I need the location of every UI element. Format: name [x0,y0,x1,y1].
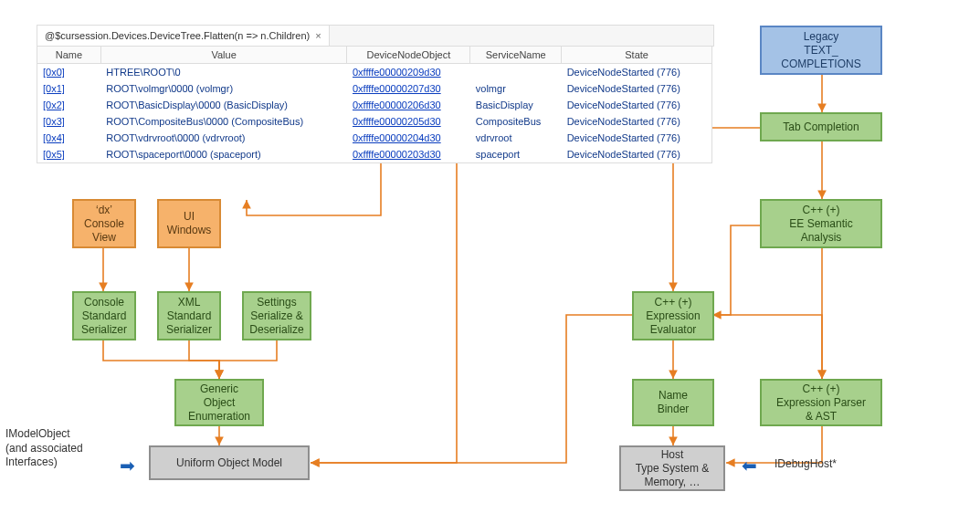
table-row: [0x0]HTREE\ROOT\00xffffe00000209d30Devic… [37,64,712,81]
row-obj[interactable]: 0xffffe00000206d30 [353,99,441,110]
row-state: DeviceNodeStarted (776) [562,64,712,81]
row-value: ROOT\volmgr\0000 (volmgr) [100,80,347,97]
arrow-left-icon: ⬅ [742,454,757,477]
row-state: DeviceNodeStarted (776) [562,130,712,146]
row-svc: spaceport [470,146,562,163]
col-devnodeobj[interactable]: DeviceNodeObject [347,47,470,64]
close-icon[interactable]: × [315,30,321,41]
col-servicename[interactable]: ServiceName [470,47,562,64]
row-obj[interactable]: 0xffffe00000203d30 [353,149,441,160]
table-row: [0x2]ROOT\BasicDisplay\0000 (BasicDispla… [37,97,712,113]
row-svc: CompositeBus [470,113,562,130]
row-state: DeviceNodeStarted (776) [562,80,712,97]
node-legacy-text-completions: LegacyTEXT_COMPLETIONS [760,26,882,75]
row-svc: volmgr [470,80,562,97]
row-obj[interactable]: 0xffffe00000207d30 [353,83,441,94]
label-imodelobject: IModelObject(and associatedInterfaces) [5,427,115,470]
row-value: ROOT\CompositeBus\0000 (CompositeBus) [100,113,347,130]
col-state[interactable]: State [562,47,712,64]
row-obj[interactable]: 0xffffe00000205d30 [353,116,441,127]
table-row: [0x1]ROOT\volmgr\0000 (volmgr)0xffffe000… [37,80,712,97]
row-value: ROOT\vdrvroot\0000 (vdrvroot) [100,130,347,146]
device-table: Name Value DeviceNodeObject ServiceName … [37,46,712,163]
row-value: ROOT\spaceport\0000 (spaceport) [100,146,347,163]
node-host-typesystem: HostType System &Memory, … [619,445,725,491]
row-name[interactable]: [0x2] [43,99,65,110]
row-state: DeviceNodeStarted (776) [562,146,712,163]
row-name[interactable]: [0x5] [43,149,65,160]
table-row: [0x5]ROOT\spaceport\0000 (spaceport)0xff… [37,146,712,163]
node-ui-windows: UIWindows [157,199,221,248]
table-row: [0x3]ROOT\CompositeBus\0000 (CompositeBu… [37,113,712,130]
row-value: ROOT\BasicDisplay\0000 (BasicDisplay) [100,97,347,113]
node-dx-console-view: ‘dx’ConsoleView [72,199,136,248]
node-console-serializer: ConsoleStandardSerializer [72,291,136,340]
arrow-right-icon: ➡ [120,454,135,477]
col-value[interactable]: Value [100,47,347,64]
node-parser-ast: C++ (+)Expression Parser& AST [760,379,882,426]
row-svc: BasicDisplay [470,97,562,113]
node-ee-semantic: C++ (+)EE SemanticAnalysis [760,199,882,248]
row-name[interactable]: [0x4] [43,132,65,143]
node-uniform-object-model: Uniform Object Model [149,445,310,480]
table-row: [0x4]ROOT\vdrvroot\0000 (vdrvroot)0xffff… [37,130,712,146]
node-xml-serializer: XMLStandardSerializer [157,291,221,340]
row-state: DeviceNodeStarted (776) [562,97,712,113]
tab-title: @$cursession.Devices.DeviceTree.Flatten(… [45,30,310,41]
row-name[interactable]: [0x0] [43,67,65,78]
row-svc: vdrvroot [470,130,562,146]
row-obj[interactable]: 0xffffe00000204d30 [353,132,441,143]
row-name[interactable]: [0x3] [43,116,65,127]
row-state: DeviceNodeStarted (776) [562,113,712,130]
row-obj[interactable]: 0xffffe00000209d30 [353,67,441,78]
node-name-binder: NameBinder [632,379,714,426]
label-idebughost: IDebugHost* [775,457,837,472]
node-generic-enum: GenericObjectEnumeration [174,379,264,426]
node-tab-completion: Tab Completion [760,112,882,141]
row-svc [470,64,562,81]
query-tab[interactable]: @$cursession.Devices.DeviceTree.Flatten(… [37,26,330,46]
node-expression-evaluator: C++ (+)ExpressionEvaluator [632,291,714,340]
row-name[interactable]: [0x1] [43,83,65,94]
node-settings-serialize: SettingsSerialize &Deserialize [242,291,311,340]
tab-bar: @$cursession.Devices.DeviceTree.Flatten(… [37,25,714,47]
table-header-row: Name Value DeviceNodeObject ServiceName … [37,47,712,64]
row-value: HTREE\ROOT\0 [100,64,347,81]
col-name[interactable]: Name [37,47,101,64]
